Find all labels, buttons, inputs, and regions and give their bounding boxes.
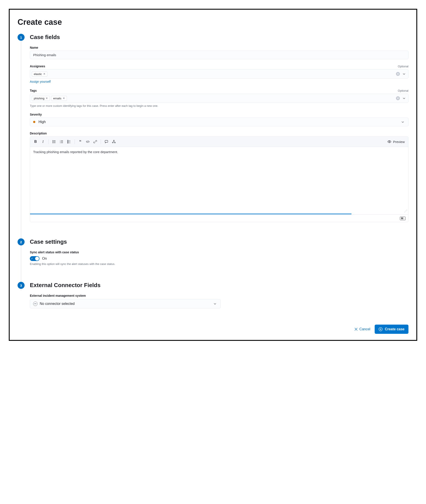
eye-icon — [387, 140, 391, 144]
assignee-pill[interactable]: elastic ✕ — [32, 71, 47, 77]
comment-icon[interactable] — [103, 138, 110, 145]
chevron-down-icon[interactable] — [400, 120, 405, 124]
svg-text:3: 3 — [60, 142, 61, 143]
assignees-optional: Optional — [398, 65, 408, 68]
svg-point-2 — [53, 142, 53, 142]
svg-point-19 — [114, 140, 114, 141]
checklist-icon[interactable] — [66, 138, 72, 145]
bullet-list-icon[interactable] — [51, 138, 57, 145]
svg-rect-16 — [68, 142, 68, 143]
tags-label: Tags — [30, 89, 37, 92]
tag-pill-label: phishing — [34, 97, 44, 100]
code-icon[interactable] — [85, 138, 91, 145]
resize-handle-icon[interactable]: ⋰ — [404, 209, 407, 213]
remove-tag-icon[interactable]: ✕ — [46, 97, 48, 100]
chevron-down-icon[interactable] — [213, 302, 217, 306]
preview-label: Preview — [393, 140, 405, 144]
chevron-down-icon[interactable] — [402, 72, 406, 76]
name-label: Name — [30, 46, 38, 49]
section-case-settings: Case settings — [30, 238, 408, 245]
bold-icon[interactable]: B — [32, 138, 39, 145]
assignees-combo[interactable]: elastic ✕ — [30, 69, 408, 78]
quote-icon[interactable]: “ — [77, 138, 84, 145]
assign-yourself-button[interactable]: Assign yourself — [30, 80, 51, 83]
plus-circle-icon — [379, 327, 383, 331]
section-case-fields: Case fields — [30, 34, 408, 41]
markdown-badge-icon[interactable]: M↓ — [400, 217, 406, 220]
remove-tag-icon[interactable]: ✕ — [63, 97, 65, 100]
graph-icon[interactable] — [111, 138, 117, 145]
severity-dot-icon — [33, 121, 35, 123]
assignee-pill-label: elastic — [34, 72, 42, 76]
severity-value: High — [38, 120, 46, 124]
remove-assignee-icon[interactable]: ✕ — [43, 72, 45, 75]
clear-tags-icon[interactable] — [396, 96, 400, 100]
preview-button[interactable]: Preview — [386, 139, 406, 144]
step-badge-3: 3 — [18, 282, 25, 289]
severity-label: Severity — [30, 113, 42, 116]
svg-rect-14 — [68, 142, 68, 142]
clear-assignees-icon[interactable] — [396, 72, 400, 76]
chevron-down-icon[interactable] — [402, 96, 406, 100]
tags-optional: Optional — [398, 89, 408, 92]
close-icon — [355, 328, 358, 331]
tags-combo[interactable]: phishing ✕ emails ✕ — [30, 94, 408, 103]
sync-help: Enabling this option will sync the alert… — [30, 262, 408, 266]
sync-state: On — [42, 257, 47, 261]
svg-point-4 — [53, 142, 53, 143]
description-label: Description — [30, 132, 47, 135]
check-icon: ✓ — [31, 257, 33, 260]
tag-pill[interactable]: emails ✕ — [51, 96, 67, 101]
tags-help: Type one or more custom identifying tags… — [30, 104, 408, 107]
sync-toggle[interactable]: ✓ — [30, 256, 40, 261]
link-icon[interactable] — [92, 138, 99, 145]
step-badge-1: 1 — [18, 34, 25, 41]
create-case-label: Create case — [385, 327, 405, 331]
sync-label: Sync alert status with case status — [30, 250, 408, 254]
tag-pill-label: emails — [53, 97, 61, 100]
svg-rect-18 — [105, 140, 108, 142]
step-badge-2: 2 — [18, 238, 25, 245]
description-textarea[interactable] — [30, 147, 408, 213]
ordered-list-icon[interactable]: 123 — [58, 138, 65, 145]
page-title: Create case — [18, 18, 408, 27]
severity-select[interactable]: High — [30, 118, 408, 126]
cancel-button[interactable]: Cancel — [355, 327, 370, 331]
create-case-button[interactable]: Create case — [375, 325, 408, 334]
cancel-label: Cancel — [359, 327, 370, 331]
name-input[interactable] — [30, 51, 408, 59]
connector-label: External incident management system — [30, 294, 408, 297]
svg-point-22 — [389, 141, 390, 142]
tag-pill[interactable]: phishing ✕ — [32, 96, 50, 101]
section-external-connector: External Connector Fields — [30, 282, 408, 289]
italic-icon[interactable]: I — [40, 138, 46, 145]
svg-point-0 — [53, 140, 53, 141]
connector-select[interactable]: No connector selected — [30, 299, 221, 308]
connector-value: No connector selected — [40, 302, 75, 306]
description-editor: B I 123 “ — [30, 136, 408, 222]
no-connector-icon — [33, 302, 37, 306]
assignees-label: Assignees — [30, 64, 45, 68]
svg-rect-12 — [68, 140, 68, 141]
